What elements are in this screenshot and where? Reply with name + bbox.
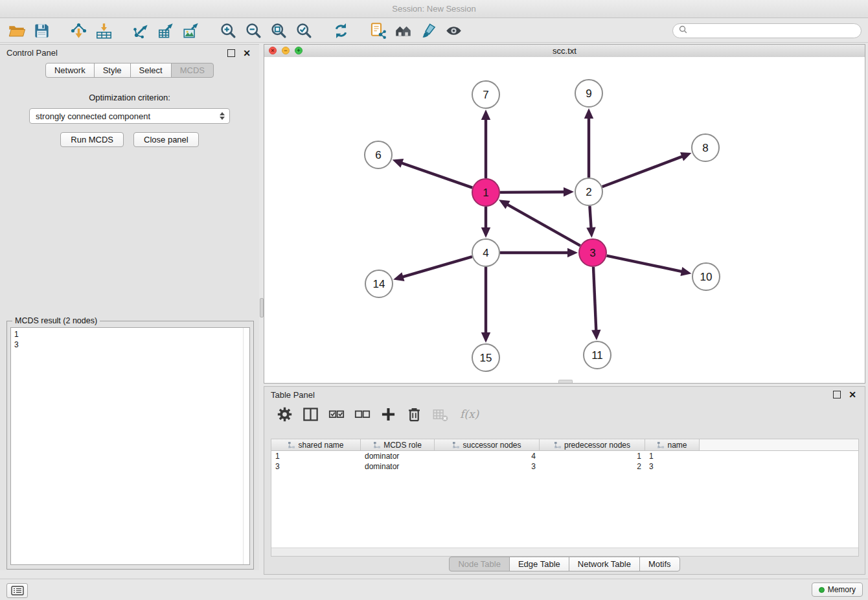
float-table-panel-icon[interactable] [833,391,841,398]
graph-edge-3-10[interactable] [607,256,692,276]
panel-resize-grip[interactable] [558,380,573,383]
zoom-in-icon[interactable] [218,21,238,40]
zoom-fit-icon[interactable] [269,21,288,40]
table-cell-name[interactable]: 1 [645,451,700,461]
graph-edge-1-4[interactable] [481,207,490,238]
table-cell-name[interactable]: 3 [645,461,700,472]
table-row[interactable]: 3dominator323 [271,461,858,472]
result-scrollbar[interactable] [243,328,244,564]
tab-select[interactable]: Select [130,63,172,78]
graph-node-1[interactable]: 1 [472,179,499,206]
apply-style-icon[interactable] [418,21,438,40]
window-close-icon[interactable] [269,47,277,54]
graph-edge-4-14[interactable] [393,257,472,281]
graph-edge-4-3[interactable] [500,248,578,257]
vertical-splitter[interactable] [259,44,264,570]
first-neighbors-icon[interactable] [393,21,413,40]
optimization-criterion-label: Optimization criterion: [0,93,259,102]
graph-node-11[interactable]: 11 [584,341,611,369]
network-window-titlebar[interactable]: scc.txt [264,45,865,58]
tab-style[interactable]: Style [94,63,131,78]
criterion-dropdown[interactable]: strongly connected component [29,108,230,124]
export-image-icon[interactable] [181,21,201,40]
graph-edge-4-15[interactable] [481,267,490,343]
deselect-all-rows-icon[interactable] [354,406,371,423]
svg-text:3: 3 [589,247,595,259]
tab-network-table[interactable]: Network Table [569,557,640,571]
float-panel-icon[interactable] [227,49,235,57]
save-session-icon[interactable] [32,21,51,40]
graph-edge-2-3[interactable] [586,206,595,238]
graph-node-15[interactable]: 15 [472,344,499,371]
console-button[interactable] [6,583,28,598]
tab-mcds[interactable]: MCDS [171,63,214,78]
network-file-share-icon[interactable] [368,21,387,40]
window-minimize-icon[interactable] [282,47,290,54]
graph-node-14[interactable]: 14 [365,270,393,297]
tab-edge-table[interactable]: Edge Table [509,557,569,571]
graph-node-7[interactable]: 7 [472,81,499,108]
close-table-panel-icon[interactable] [849,391,856,398]
tab-network[interactable]: Network [45,63,95,78]
column-header-shared-name[interactable]: shared name [271,439,361,450]
graph-node-3[interactable]: 3 [579,239,606,266]
table-tabs: Node TableEdge TableNetwork TableMotifs [264,557,865,571]
table-cell-successor-nodes[interactable]: 3 [435,461,540,472]
column-header-successor-nodes[interactable]: successor nodes [435,439,540,450]
column-type-icon [373,441,381,449]
refresh-view-icon[interactable] [331,21,350,40]
column-header-mcds-role[interactable]: MCDS role [361,439,435,450]
search-input[interactable] [691,25,855,36]
graph-edge-2-8[interactable] [602,152,692,187]
graph-edge-3-1[interactable] [499,200,580,246]
graph-edge-1-6[interactable] [393,159,473,188]
graph-node-9[interactable]: 9 [575,80,602,107]
search-box[interactable] [672,23,862,38]
column-header-predecessor-nodes[interactable]: predecessor nodes [540,439,645,450]
table-cell-predecessor-nodes[interactable]: 2 [540,461,645,472]
table-cell-shared-name[interactable]: 3 [271,461,361,472]
graph-node-10[interactable]: 10 [692,263,720,290]
network-canvas[interactable]: 7968124314101511 [264,57,865,383]
delete-column-icon[interactable] [405,406,423,423]
column-type-icon [452,441,460,449]
table-cell-predecessor-nodes[interactable]: 1 [540,451,645,461]
graph-node-6[interactable]: 6 [365,141,392,168]
table-cell-shared-name[interactable]: 1 [271,451,361,461]
graph-edge-2-9[interactable] [584,108,593,178]
graph-node-2[interactable]: 2 [575,178,602,205]
table-horizontal-scrollbar[interactable] [271,548,858,556]
toggle-columns-icon[interactable] [302,406,319,423]
import-table-from-file-icon[interactable] [94,21,113,40]
graph-node-8[interactable]: 8 [692,134,719,161]
select-all-rows-icon[interactable] [328,406,345,423]
column-header-name[interactable]: name [645,439,700,450]
open-file-icon[interactable] [6,21,26,40]
memory-button-label: Memory [828,585,856,594]
memory-button[interactable]: Memory [812,583,863,597]
graph-node-4[interactable]: 4 [472,239,499,266]
tab-node-table[interactable]: Node Table [449,557,510,571]
add-column-icon[interactable] [380,406,397,423]
export-table-icon[interactable] [156,21,176,40]
window-zoom-icon[interactable] [295,47,303,54]
import-network-from-file-icon[interactable] [69,21,88,40]
table-cell-mcds-role[interactable]: dominator [361,451,435,461]
show-graphics-details-icon[interactable] [444,21,463,40]
zoom-out-icon[interactable] [244,21,263,40]
close-panel-icon[interactable] [243,50,251,56]
zoom-selected-icon[interactable] [294,21,314,40]
graph-edge-3-11[interactable] [591,267,600,340]
table-row[interactable]: 1dominator411 [271,451,858,461]
export-network-icon[interactable] [131,21,150,40]
tab-motifs[interactable]: Motifs [639,557,680,571]
close-panel-button[interactable]: Close panel [133,132,199,147]
network-graph[interactable]: 7968124314101511 [264,57,865,383]
table-cell-successor-nodes[interactable]: 4 [435,451,540,461]
table-header-row: shared nameMCDS rolesuccessor nodesprede… [271,439,858,451]
graph-edge-1-2[interactable] [500,187,574,196]
table-settings-icon[interactable] [276,406,293,423]
table-cell-mcds-role[interactable]: dominator [361,461,435,472]
graph-edge-1-7[interactable] [481,110,490,178]
run-mcds-button[interactable]: Run MCDS [60,132,124,147]
